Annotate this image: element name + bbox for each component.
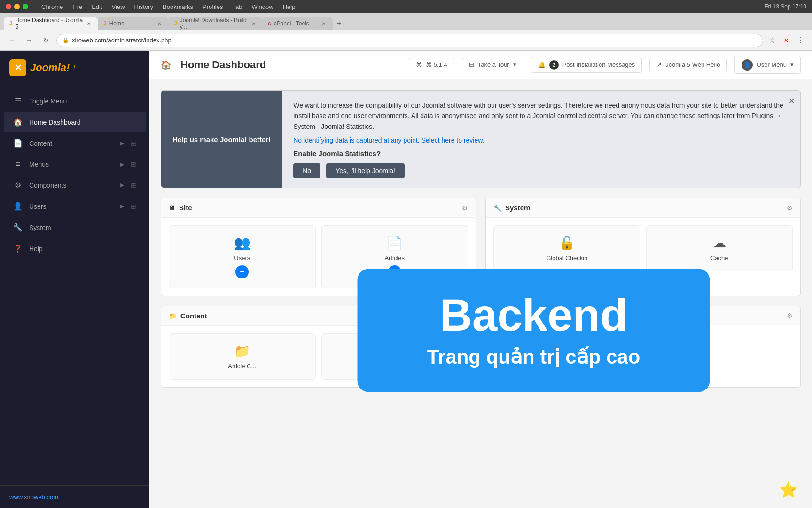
menu-view[interactable]: View [112, 3, 125, 10]
menu-edit[interactable]: Edit [92, 3, 102, 10]
tab-home-dashboard[interactable]: J Home Dashboard - Joomla 5 ✕ [4, 17, 98, 30]
sidebar-label-menus: Menus [29, 160, 114, 168]
window-controls[interactable] [6, 4, 28, 9]
tab-bar: J Home Dashboard - Joomla 5 ✕ J Home ✕ J… [0, 13, 812, 30]
back-button[interactable]: ← [6, 34, 19, 47]
tab-favicon-2: J [103, 20, 107, 27]
users-add-button[interactable]: + [235, 265, 249, 278]
tab-label-4: cPanel - Tools [274, 20, 309, 27]
site-panel-settings-icon[interactable]: ⚙ [462, 204, 468, 212]
home-icon: 🏠 [13, 118, 23, 127]
menu-tab[interactable]: Tab [232, 3, 242, 10]
tab-label-3: Joomla! Downloads - Build y... [180, 17, 248, 30]
minimize-dot[interactable] [14, 4, 20, 9]
menu-bookmarks[interactable]: Bookmarks [163, 3, 193, 10]
articles-card-label: Articles [384, 254, 405, 262]
topbar: 🏠 Home Dashboard ⌘ ⌘ 5.1.4 ⊟ Take a Tour… [149, 51, 812, 79]
bookmark-icon[interactable]: ☆ [767, 34, 777, 47]
url-input[interactable]: 🔒 xiroweb.com/administrator/index.php [56, 34, 763, 47]
sidebar-item-content[interactable]: 📄 Content ▶ ⊞ [4, 133, 146, 153]
chevron-down-icon-user: ▾ [790, 61, 794, 68]
sidebar-item-menus[interactable]: ≡ Menus ▶ ⊞ [4, 154, 146, 174]
sidebar: ✕ Joomla! ! ☰ Toggle Menu 🏠 Home Dashboa… [0, 51, 149, 508]
close-dot[interactable] [6, 4, 11, 9]
sidebar-label-help: Help [29, 245, 136, 253]
tab-close-4[interactable]: ✕ [320, 20, 327, 27]
tab-favicon-3: J [174, 20, 177, 27]
website-link[interactable]: www.xiroweb.com [9, 493, 58, 500]
sidebar-footer: www.xiroweb.com [0, 485, 149, 508]
users-card-label: Users [234, 254, 250, 262]
macos-menu[interactable]: Chrome File Edit View History Bookmarks … [41, 3, 295, 10]
take-tour-button[interactable]: ⊟ Take a Tour ▾ [462, 58, 523, 71]
folder-icon: 📁 [169, 312, 177, 320]
tab-cpanel[interactable]: c cPanel - Tools ✕ [262, 17, 333, 30]
sidebar-item-toggle-menu[interactable]: ☰ Toggle Menu [4, 91, 146, 111]
backend-overlay: Backend Trang quản trị cấp cao [358, 269, 710, 392]
grid-icon-components: ⊞ [131, 182, 136, 189]
close-banner-button[interactable]: ✕ [789, 96, 795, 105]
cache-card[interactable]: ☁ Cache [646, 225, 793, 271]
user-menu-button[interactable]: 👤 User Menu ▾ [734, 56, 801, 74]
users-card[interactable]: 👥 Users + [169, 225, 316, 288]
joomla5-button[interactable]: ↗ Joomla 5 Web Hello [649, 58, 727, 71]
forward-button[interactable]: → [23, 34, 36, 47]
menu-help[interactable]: Help [283, 3, 296, 10]
refresh-button[interactable]: ↻ [39, 34, 53, 47]
article-categories-card[interactable]: 📁 Article C... [169, 333, 316, 380]
chevron-right-icon: ▶ [120, 140, 124, 146]
second-right-settings[interactable]: ⚙ [787, 312, 793, 319]
tab-label: Home Dashboard - Joomla 5 [16, 17, 83, 30]
notifications-button[interactable]: 🔔 2 Post Installation Messages [531, 57, 642, 73]
version-badge[interactable]: ⌘ ⌘ 5.1.4 [409, 58, 454, 71]
menu-chrome[interactable]: Chrome [41, 3, 63, 10]
menu-profiles[interactable]: Profiles [203, 3, 223, 10]
system-icon: 🔧 [13, 223, 23, 232]
address-right-controls: ☆ ✕ ⋮ [767, 34, 806, 47]
chevron-down-icon-tour: ▾ [513, 61, 516, 68]
sidebar-item-help[interactable]: ❓ Help [4, 238, 146, 259]
global-checkin-card[interactable]: 🔓 Global Checkin [493, 225, 640, 271]
tab-home[interactable]: J Home ✕ [98, 17, 168, 30]
new-tab-button[interactable]: + [333, 17, 346, 30]
yes-button[interactable]: Yes, I'll help Joomla! [326, 163, 405, 178]
close-alert-icon[interactable]: ✕ [781, 35, 791, 46]
users-card-icon: 👥 [234, 235, 250, 251]
second-panel-title: 📁 Content [169, 312, 207, 320]
sidebar-label-system: System [29, 224, 136, 231]
sidebar-label-users: Users [29, 203, 114, 210]
sidebar-item-home-dashboard[interactable]: 🏠 Home Dashboard [4, 112, 146, 132]
notifications-count: 2 [549, 60, 559, 70]
no-button[interactable]: No [293, 163, 320, 178]
grid-icon-users: ⊞ [131, 203, 136, 210]
notifications-label: Post Installation Messages [562, 61, 635, 68]
menu-history[interactable]: History [134, 3, 153, 10]
grid-icon-content: ⊞ [131, 140, 136, 147]
stats-review-link[interactable]: No identifying data is captured at any p… [293, 136, 789, 144]
stats-banner-content: ✕ We want to increase the compatibility … [282, 91, 800, 188]
stats-banner-left: Help us make Joomla! better! [161, 91, 282, 188]
toggle-menu-icon: ☰ [13, 96, 23, 105]
more-options-icon[interactable]: ⋮ [795, 34, 806, 47]
system-panel-settings-icon[interactable]: ⚙ [787, 204, 793, 212]
stats-banner: Help us make Joomla! better! ✕ We want t… [161, 90, 801, 188]
sidebar-item-components[interactable]: ⚙ Components ▶ ⊞ [4, 175, 146, 195]
avatar: 👤 [742, 59, 753, 71]
joomla-trademark: ! [73, 64, 75, 71]
maximize-dot[interactable] [23, 4, 28, 9]
tab-favicon: J [9, 20, 13, 27]
joomla-wordmark: Joomla! [30, 62, 70, 74]
checkin-icon: 🔓 [559, 235, 575, 251]
sidebar-item-users[interactable]: 👤 Users ▶ ⊞ [4, 196, 146, 216]
cache-icon: ☁ [713, 235, 726, 251]
sidebar-item-system[interactable]: 🔧 System [4, 217, 146, 238]
tab-close-button[interactable]: ✕ [86, 20, 92, 27]
tab-close-3[interactable]: ✕ [250, 20, 257, 27]
tab-joomla-downloads[interactable]: J Joomla! Downloads - Build y... ✕ [168, 17, 262, 30]
address-bar: ← → ↻ 🔒 xiroweb.com/administrator/index.… [0, 30, 812, 51]
menu-window[interactable]: Window [251, 3, 273, 10]
categories-label: Article C... [228, 363, 256, 370]
system-panel-label: System [505, 204, 530, 212]
tab-close-2[interactable]: ✕ [156, 20, 163, 27]
menu-file[interactable]: File [72, 3, 82, 10]
